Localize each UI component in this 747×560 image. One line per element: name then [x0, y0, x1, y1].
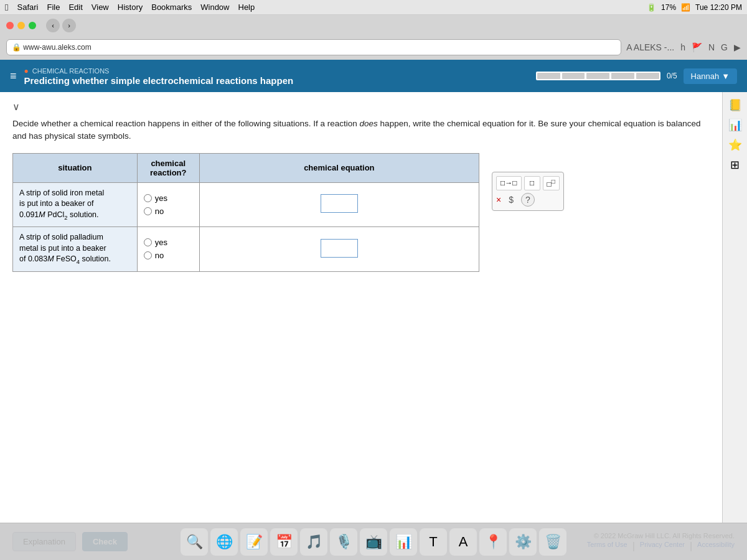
menu-window[interactable]: Window: [200, 2, 229, 12]
user-menu-button[interactable]: Hannah ▼: [684, 68, 737, 84]
menu-file[interactable]: File: [47, 2, 60, 12]
radio-yes-1-input[interactable]: [144, 194, 152, 202]
collapse-button[interactable]: ∨: [12, 101, 20, 113]
dock-settings[interactable]: ⚙️: [509, 528, 537, 556]
equation-2[interactable]: [199, 227, 479, 272]
browser-chrome: ‹ › 🔒 www-awu.aleks.com A ALEKS -... h 🚩…: [0, 15, 747, 60]
chevron-down-icon: ▼: [721, 72, 730, 81]
main-area: ∨ Decide whether a chemical reaction hap…: [0, 92, 747, 523]
dock-podcast[interactable]: 🎙️: [330, 528, 357, 556]
col-header-reaction: chemicalreaction?: [137, 153, 199, 182]
time-label: Tue 12:20 PM: [695, 3, 742, 12]
situation-1-text: A strip of solid iron metalis put into a…: [19, 189, 104, 219]
dock: 🔍 🌐 📝 📅 🎵 🎙️ 📺 📊 T A 📍 ⚙️ 🗑️: [0, 523, 747, 560]
grid-icon[interactable]: ⊞: [730, 158, 740, 172]
menubar:  Safari File Edit View History Bookmark…: [0, 0, 747, 15]
dock-notes[interactable]: 📝: [240, 528, 268, 556]
battery-label: 17%: [661, 3, 676, 12]
instruction-text: Decide whether a chemical reaction happe…: [12, 118, 710, 143]
radio-no-1[interactable]: no: [144, 207, 164, 216]
equation-1[interactable]: [199, 182, 479, 227]
yes-label-2: yes: [155, 238, 167, 247]
header-title-area: ● CHEMICAL REACTIONS Predicting whether …: [24, 67, 294, 86]
maximize-button[interactable]: [29, 22, 36, 29]
menu-safari[interactable]: Safari: [17, 2, 38, 12]
dock-finder[interactable]: 🔍: [181, 528, 208, 556]
window-controls: ‹ ›: [0, 15, 747, 36]
aleks-left: ≡ ● CHEMICAL REACTIONS Predicting whethe…: [10, 67, 293, 86]
chart-icon[interactable]: 📊: [728, 118, 742, 132]
progress-area: 0/5 Hannah ▼: [536, 68, 737, 84]
forward-button[interactable]: ›: [62, 19, 76, 32]
situation-2-text: A strip of solid palladiummetal is put i…: [19, 233, 111, 263]
dock-chart[interactable]: 📊: [390, 528, 417, 556]
equation-input-1[interactable]: [321, 194, 358, 213]
star-icon[interactable]: ⭐: [728, 138, 742, 152]
radio-no-1-input[interactable]: [144, 207, 152, 215]
menu-view[interactable]: View: [92, 2, 109, 12]
dock-a[interactable]: A: [449, 528, 477, 556]
menu-help[interactable]: Help: [238, 2, 255, 12]
dollar-symbol-btn[interactable]: $: [509, 195, 514, 205]
dock-trash[interactable]: 🗑️: [539, 528, 566, 556]
box-symbol-btn[interactable]: □: [524, 176, 540, 190]
tab-icon-n[interactable]: N: [708, 42, 715, 52]
dock-text[interactable]: T: [420, 528, 447, 556]
aleks-label[interactable]: A ALEKS -...: [626, 42, 674, 52]
instruction-italic: does: [360, 119, 378, 128]
dock-appletv[interactable]: 📺: [360, 528, 387, 556]
radio-yes-2[interactable]: yes: [144, 238, 167, 247]
tools-x-row: × $ ?: [496, 193, 560, 207]
situation-1: A strip of solid iron metalis put into a…: [13, 182, 138, 227]
minimize-button[interactable]: [17, 22, 25, 29]
times-symbol-btn[interactable]: ×: [496, 195, 501, 205]
tab-icon-1[interactable]: h: [680, 42, 685, 52]
instruction-part1: Decide whether a chemical reaction happe…: [12, 119, 360, 128]
tab-icon-2[interactable]: 🚩: [692, 42, 702, 52]
radio-no-2-input[interactable]: [144, 251, 152, 259]
menu-bookmarks[interactable]: Bookmarks: [151, 2, 192, 12]
reaction-1: yes no: [137, 182, 199, 227]
back-button[interactable]: ‹: [46, 19, 60, 32]
tab-icon-play[interactable]: ▶: [734, 42, 741, 52]
col-header-equation: chemical equation: [199, 153, 479, 182]
menu-edit[interactable]: Edit: [68, 2, 82, 12]
tab-icon-g[interactable]: G: [721, 42, 728, 52]
toolbar-icons: A ALEKS -... h 🚩 N G ▶: [626, 42, 741, 52]
question-btn[interactable]: ?: [521, 193, 535, 207]
dock-safari[interactable]: 🌐: [210, 528, 238, 556]
radio-yes-2-input[interactable]: [144, 238, 152, 246]
nav-buttons: ‹ ›: [46, 19, 76, 32]
no-label-2: no: [155, 251, 164, 260]
table-and-tools: situation chemicalreaction? chemical equ…: [12, 153, 710, 284]
box-sup-symbol-btn[interactable]: □□: [543, 176, 560, 190]
dock-music[interactable]: 🎵: [300, 528, 327, 556]
dock-calendar[interactable]: 📅: [270, 528, 298, 556]
content-area: ∨ Decide whether a chemical reaction hap…: [0, 92, 722, 523]
apple-menu[interactable]: : [5, 2, 8, 12]
toolbar-row: 🔒 www-awu.aleks.com A ALEKS -... h 🚩 N G…: [0, 36, 747, 58]
table-row: A strip of solid iron metalis put into a…: [13, 182, 479, 227]
progress-label: 0/5: [667, 72, 677, 80]
lock-icon: 🔒: [12, 43, 21, 52]
no-label-1: no: [155, 207, 164, 216]
equation-input-2[interactable]: [321, 239, 358, 258]
address-bar[interactable]: 🔒 www-awu.aleks.com: [6, 39, 621, 55]
menu-history[interactable]: History: [118, 2, 143, 12]
situation-2: A strip of solid palladiummetal is put i…: [13, 227, 138, 272]
battery-icon: 🔋: [647, 3, 656, 12]
dock-location[interactable]: 📍: [479, 528, 507, 556]
chemistry-table: situation chemicalreaction? chemical equ…: [12, 153, 479, 272]
reaction-2: yes no: [137, 227, 199, 272]
url-text: www-awu.aleks.com: [23, 43, 91, 52]
radio-group-1: yes no: [144, 194, 193, 216]
right-sidebar: 📒 📊 ⭐ ⊞: [722, 92, 747, 523]
radio-no-2[interactable]: no: [144, 251, 164, 260]
table-row: A strip of solid palladiummetal is put i…: [13, 227, 479, 272]
arrow-symbol-btn[interactable]: □→□: [496, 176, 522, 190]
radio-yes-1[interactable]: yes: [144, 194, 167, 203]
close-button[interactable]: [6, 22, 14, 29]
hamburger-icon[interactable]: ≡: [10, 70, 17, 83]
notebook-icon[interactable]: 📒: [728, 98, 742, 112]
aleks-header: ≡ ● CHEMICAL REACTIONS Predicting whethe…: [0, 60, 747, 92]
